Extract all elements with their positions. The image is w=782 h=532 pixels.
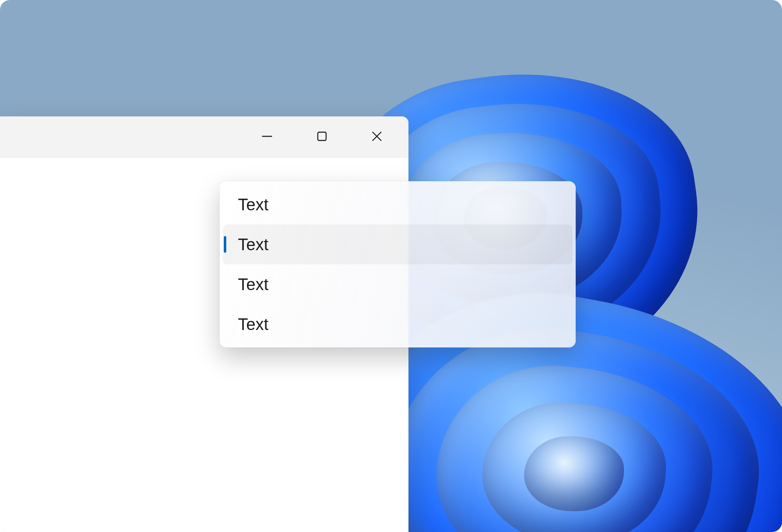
maximize-icon: [316, 131, 328, 144]
close-button[interactable]: [349, 116, 404, 158]
minimize-icon: [261, 131, 273, 144]
dropdown-item-label: Text: [238, 195, 268, 214]
dropdown-item[interactable]: Text: [223, 264, 572, 304]
dropdown-item[interactable]: Text: [223, 304, 572, 344]
desktop-wallpaper: Text Text Text Text: [0, 0, 782, 532]
svg-rect-1: [318, 132, 326, 140]
minimize-button[interactable]: [240, 116, 294, 158]
dropdown-item-label: Text: [238, 275, 268, 294]
dropdown-item-label: Text: [238, 235, 268, 254]
titlebar: [0, 116, 408, 158]
dropdown-item-label: Text: [238, 315, 268, 334]
dropdown-item[interactable]: Text: [223, 185, 572, 224]
close-icon: [371, 131, 383, 144]
dropdown-item[interactable]: Text: [223, 224, 572, 264]
dropdown-flyout: Text Text Text Text: [220, 181, 576, 347]
maximize-button[interactable]: [294, 116, 349, 158]
